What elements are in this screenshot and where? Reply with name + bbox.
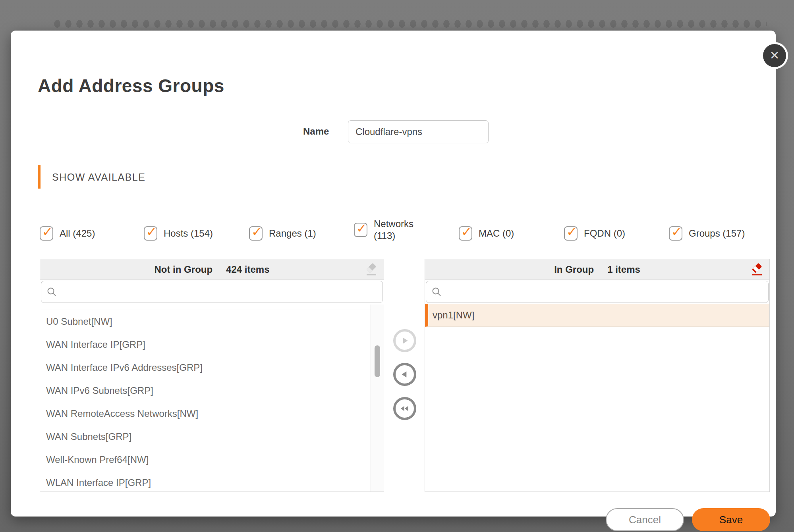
list-item[interactable]: vpn1[NW] [425,304,769,327]
show-available-label: SHOW AVAILABLE [52,172,145,183]
close-button[interactable]: ✕ [761,42,788,69]
checkbox[interactable]: ✓ [564,226,578,241]
eraser-icon [750,263,764,276]
save-button[interactable]: Save [692,508,770,531]
clear-group-button[interactable] [750,263,764,276]
filter-checkbox[interactable]: ✓ Groups (157) [669,226,745,241]
filter-label: Hosts (154) [164,228,213,239]
search-input[interactable] [41,281,383,303]
checkmark-icon: ✓ [671,225,682,239]
checkbox[interactable]: ✓ [459,226,472,241]
filter-checkbox[interactable]: ✓ Networks (113) [354,218,422,242]
panel-item-count: 424 items [226,264,269,275]
filter-checkbox[interactable]: ✓ MAC (0) [459,226,514,241]
checkmark-icon: ✓ [566,225,577,239]
checkbox[interactable]: ✓ [249,226,263,241]
checkmark-icon: ✓ [251,225,262,239]
move-left-button[interactable] [393,363,416,386]
clipped-row-sliver [40,304,371,310]
cancel-button[interactable]: Cancel [606,508,684,531]
search-input[interactable] [426,281,768,303]
filter-checkbox[interactable]: ✓ Ranges (1) [249,226,316,241]
checkmark-icon: ✓ [146,225,157,239]
clear-selection-button[interactable] [365,263,378,276]
checkbox[interactable]: ✓ [669,226,682,241]
dialog-title: Add Address Groups [38,75,224,96]
filter-checkbox[interactable]: ✓ FQDN (0) [564,226,625,241]
close-icon: ✕ [769,50,779,62]
add-address-groups-dialog: Add Address Groups Name SHOW AVAILABLE ✓… [11,31,776,517]
list-item[interactable]: WAN IPv6 Subnets[GRP] [40,379,371,402]
checkmark-icon: ✓ [461,225,472,239]
not-in-group-panel: Not in Group 424 items [40,259,384,492]
move-all-left-button[interactable] [393,397,416,420]
panel-item-count: 1 items [607,264,640,275]
scrollbar-track[interactable] [371,305,384,492]
filter-label: MAC (0) [479,228,514,239]
list-item[interactable]: WAN Interface IP[GRP] [40,333,371,356]
in-group-search [426,281,769,303]
list-item[interactable]: WAN Interface IPv6 Addresses[GRP] [40,356,371,379]
filter-label: Groups (157) [689,228,745,239]
checkmark-icon: ✓ [356,221,367,235]
eraser-icon [365,263,378,276]
list-item[interactable]: WLAN Interface IP[GRP] [40,471,371,492]
in-group-header: In Group 1 items [425,259,769,280]
list-item[interactable]: WAN RemoteAccess Networks[NW] [40,402,371,425]
checkmark-icon: ✓ [42,225,53,239]
checkbox[interactable]: ✓ [144,226,157,241]
move-right-button[interactable] [393,329,416,352]
filter-label: FQDN (0) [584,228,625,239]
name-label: Name [303,126,329,137]
name-input[interactable] [348,120,489,143]
background-page-remnant [52,16,767,31]
in-group-list: vpn1[NW] [425,304,769,327]
list-item[interactable]: WAN Subnets[GRP] [40,425,371,448]
in-group-panel: In Group 1 items [425,259,770,492]
not-in-group-header: Not in Group 424 items [40,259,384,280]
panel-title: Not in Group [154,264,213,275]
not-in-group-list: U0 Subnet[NW] WAN Interface IP[GRP] WAN … [40,304,371,492]
right-arrow-icon [400,335,410,346]
section-accent-bar [38,165,41,189]
left-arrow-icon [400,369,410,380]
filter-label: All (425) [60,228,95,239]
list-item[interactable]: U0 Subnet[NW] [40,310,371,333]
not-in-group-search [41,281,383,303]
checkbox[interactable]: ✓ [40,226,53,241]
double-left-arrow-icon [400,403,410,414]
checkbox[interactable]: ✓ [354,223,367,237]
list-item[interactable]: Well-Known Pref64[NW] [40,448,371,471]
filter-checkbox[interactable]: ✓ All (425) [40,226,95,241]
filter-checkbox[interactable]: ✓ Hosts (154) [144,226,213,241]
filter-label: Ranges (1) [269,228,316,239]
scrollbar-thumb[interactable] [375,345,380,377]
panel-title: In Group [554,264,594,275]
filter-label: Networks (113) [374,218,422,242]
